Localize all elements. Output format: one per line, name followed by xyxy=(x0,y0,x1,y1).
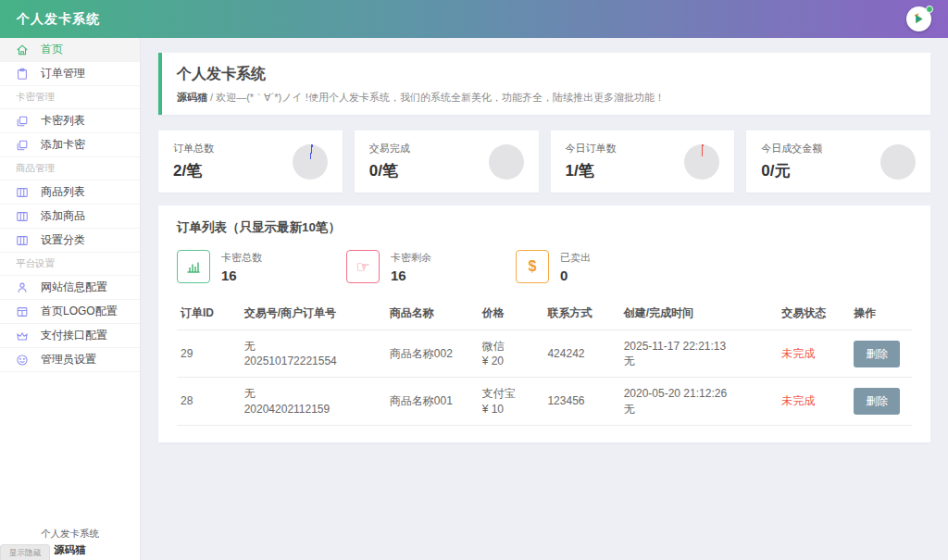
col-header-price: 价格 xyxy=(479,297,544,330)
cell-order-id: 29 xyxy=(177,330,241,378)
sidebar-item-site-info[interactable]: 网站信息配置 xyxy=(0,276,140,300)
col-header-txn: 交易号/商户订单号 xyxy=(241,297,386,330)
cell-product: 商品名称002 xyxy=(386,330,479,378)
stat-label: 今日成交金额 xyxy=(761,142,822,156)
banner-message: 欢迎—(*｀∀´*)ノイ !使用个人发卡系统，我们的系统全新美化，功能齐全，陆续… xyxy=(216,92,665,103)
status-tooltip: 显示隐藏 xyxy=(0,544,50,560)
main-content: 个人发卡系统 源码猫 / 欢迎—(*｀∀´*)ノイ !使用个人发卡系统，我们的系… xyxy=(141,38,948,560)
sidebar-item-card-list[interactable]: 卡密列表 xyxy=(0,109,140,133)
col-header-status: 交易状态 xyxy=(778,297,850,330)
stat-card-total-orders: 订单总数 2/笔 xyxy=(158,131,343,193)
mini-stat-value: 16 xyxy=(221,268,262,283)
pie-chart-icon xyxy=(684,144,719,180)
stats-row: 订单总数 2/笔 交易完成 0/笔 今日订单数 1/笔 今日成交金额 0/元 xyxy=(158,131,930,193)
cell-contact: 123456 xyxy=(543,378,619,425)
book-icon xyxy=(16,234,29,247)
layers-icon xyxy=(16,115,29,128)
cell-action: 删除 xyxy=(850,330,912,378)
layers-icon xyxy=(16,139,29,152)
sidebar-item-card-add[interactable]: 添加卡密 xyxy=(0,133,140,157)
sidebar-section-platform: 平台设置 xyxy=(0,253,140,276)
mini-stat-label: 卡密总数 xyxy=(221,251,262,265)
person-icon xyxy=(16,281,29,294)
layout-icon xyxy=(16,305,29,318)
top-header-bar: 个人发卡系统 xyxy=(0,0,948,38)
mini-stats-row: 卡密总数 16 ☞ 卡密剩余 16 $ 已卖出 0 xyxy=(177,250,912,283)
cell-status: 未完成 xyxy=(778,378,850,425)
sidebar-item-orders[interactable]: 订单管理 xyxy=(0,62,140,86)
cell-action: 删除 xyxy=(850,378,912,425)
sidebar-item-label: 商品列表 xyxy=(41,184,85,200)
cell-contact: 424242 xyxy=(543,330,619,378)
mini-stat-value: 0 xyxy=(560,268,591,283)
sidebar-item-label: 添加卡密 xyxy=(41,137,85,153)
sidebar-item-category[interactable]: 设置分类 xyxy=(0,229,140,253)
col-header-action: 操作 xyxy=(850,297,912,330)
status-badge: 未完成 xyxy=(781,394,815,407)
banner-subtitle: 源码猫 / 欢迎—(*｀∀´*)ノイ !使用个人发卡系统，我们的系统全新美化，功… xyxy=(177,91,916,105)
col-header-contact: 联系方式 xyxy=(543,297,619,330)
welcome-banner: 个人发卡系统 源码猫 / 欢迎—(*｀∀´*)ノイ !使用个人发卡系统，我们的系… xyxy=(158,53,930,115)
sidebar-item-home[interactable]: 首页 xyxy=(0,38,140,62)
book-icon xyxy=(16,210,29,223)
home-icon xyxy=(16,44,29,56)
bar-chart-icon xyxy=(177,250,210,283)
mini-stat-card-sold: $ 已卖出 0 xyxy=(516,250,685,283)
app-title: 个人发卡系统 xyxy=(17,11,100,28)
footer-app-name: 个人发卡系统 xyxy=(0,528,140,541)
stat-label: 订单总数 xyxy=(173,142,214,156)
order-list-panel: 订单列表（只显示最新10笔） 卡密总数 16 ☞ 卡密剩余 16 $ xyxy=(158,205,930,442)
delete-button[interactable]: 删除 xyxy=(854,388,900,415)
cell-product: 商品名称001 xyxy=(386,378,479,425)
sidebar-item-admin-settings[interactable]: 管理员设置 xyxy=(0,348,140,372)
banner-author: 源码猫 xyxy=(177,92,207,103)
pie-chart-icon xyxy=(880,144,916,180)
sidebar-item-label: 添加商品 xyxy=(41,208,85,224)
col-header-product: 商品名称 xyxy=(386,297,479,330)
sidebar-item-product-add[interactable]: 添加商品 xyxy=(0,205,140,229)
orders-table: 订单ID 交易号/商户订单号 商品名称 价格 联系方式 创建/完成时间 交易状态… xyxy=(177,297,912,426)
status-badge: 未完成 xyxy=(781,347,815,360)
cell-status: 未完成 xyxy=(778,330,850,378)
sidebar-item-label: 设置分类 xyxy=(41,232,85,248)
sidebar-item-label: 网站信息配置 xyxy=(41,280,107,295)
user-avatar[interactable] xyxy=(906,6,931,31)
delete-button[interactable]: 删除 xyxy=(854,341,900,367)
table-row: 28 无 20204202112159 商品名称001 支付宝 ¥ 10 123… xyxy=(177,378,912,425)
cell-price: 微信 ¥ 20 xyxy=(479,330,544,378)
mini-stat-label: 卡密剩余 xyxy=(391,251,431,265)
stat-value: 0/元 xyxy=(761,160,822,181)
panel-title: 订单列表（只显示最新10笔） xyxy=(177,219,912,236)
play-logo-icon xyxy=(911,11,927,27)
cell-txn: 无 202510172221554 xyxy=(241,330,386,378)
sidebar-item-label: 管理员设置 xyxy=(41,352,96,367)
dollar-icon: $ xyxy=(516,250,549,283)
sidebar-item-product-list[interactable]: 商品列表 xyxy=(0,180,140,205)
stat-card-completed: 交易完成 0/笔 xyxy=(355,131,539,193)
pie-chart-icon xyxy=(293,144,328,180)
sidebar-item-label: 支付接口配置 xyxy=(41,328,107,343)
table-header-row: 订单ID 交易号/商户订单号 商品名称 价格 联系方式 创建/完成时间 交易状态… xyxy=(177,297,912,330)
cell-order-id: 28 xyxy=(177,378,241,425)
mini-stat-value: 16 xyxy=(391,268,431,283)
hand-icon: ☞ xyxy=(346,250,380,283)
crown-icon xyxy=(16,330,29,342)
stat-label: 今日订单数 xyxy=(566,142,617,156)
stat-value: 0/笔 xyxy=(369,160,410,181)
sidebar-item-label: 首页 xyxy=(41,42,63,57)
col-header-order-id: 订单ID xyxy=(177,297,241,330)
mini-stat-card-total: 卡密总数 16 xyxy=(177,250,346,283)
stat-card-today-amount: 今日成交金额 0/元 xyxy=(746,131,930,193)
stat-value: 1/笔 xyxy=(566,160,617,181)
mini-stat-label: 已卖出 xyxy=(560,251,591,265)
cell-price: 支付宝 ¥ 10 xyxy=(479,378,544,425)
cell-time: 2025-11-17 22:21:13 无 xyxy=(620,330,779,378)
sidebar-item-label: 卡密列表 xyxy=(41,113,85,129)
stat-label: 交易完成 xyxy=(369,142,410,156)
banner-title: 个人发卡系统 xyxy=(177,65,916,84)
smiley-icon xyxy=(16,354,29,367)
sidebar-item-payment-config[interactable]: 支付接口配置 xyxy=(0,324,140,348)
sidebar-item-logo-config[interactable]: 首页LOGO配置 xyxy=(0,300,140,324)
col-header-time: 创建/完成时间 xyxy=(620,297,779,330)
table-row: 29 无 202510172221554 商品名称002 微信 ¥ 20 424… xyxy=(177,330,912,378)
